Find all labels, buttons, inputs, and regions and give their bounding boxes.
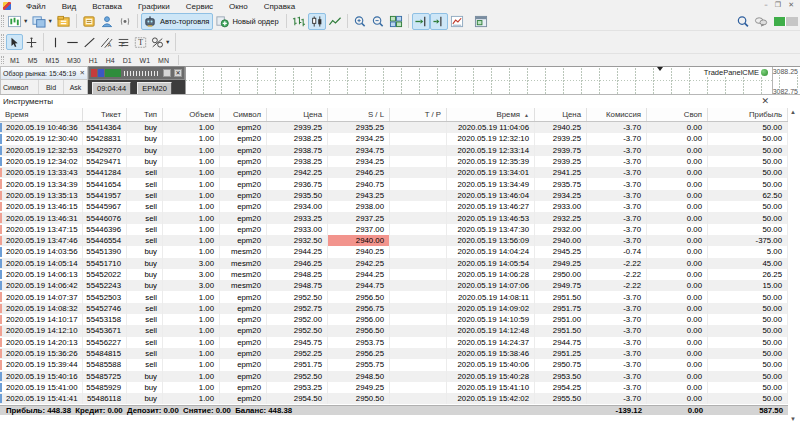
column-header-6[interactable]: S / L [328, 108, 390, 121]
column-header-2[interactable]: Тип [127, 108, 163, 121]
column-header-4[interactable]: Символ [220, 108, 267, 121]
history-row[interactable]: 2020.05.19 14:07:3755452503sell1.00epm20… [0, 291, 788, 302]
community-button[interactable] [98, 13, 116, 30]
history-row[interactable]: 2020.05.19 13:35:1355441957sell1.00epm20… [0, 190, 788, 201]
fibonacci-button[interactable]: F [115, 34, 132, 50]
history-row[interactable]: 2020.05.19 12:30:4055428831buy1.00epm202… [0, 133, 788, 144]
search-button[interactable] [734, 13, 752, 30]
history-row[interactable]: 2020.05.19 12:32:5355429270buy1.00epm202… [0, 145, 788, 156]
history-row[interactable]: 2020.05.19 14:06:1355452022buy3.00mesm20… [0, 269, 788, 280]
menu-insert[interactable]: Вставка [84, 2, 130, 11]
history-row[interactable]: 2020.05.19 14:03:5655451390buy1.00mesm20… [0, 246, 788, 257]
bar-chart-mode-button[interactable] [290, 13, 308, 30]
history-center-button[interactable] [80, 13, 98, 30]
tile-windows-button[interactable] [387, 13, 405, 30]
history-row[interactable]: 2020.05.19 15:40:1655485725buy1.00epm202… [0, 371, 788, 382]
history-row[interactable]: 2020.05.19 15:41:0055485929buy1.00epm202… [0, 382, 788, 393]
column-header-8[interactable]: Время▲ [447, 108, 535, 121]
autoscroll-button[interactable] [412, 13, 430, 30]
timeframe-h1[interactable]: H1 [86, 57, 101, 64]
chat-button[interactable] [752, 13, 770, 30]
history-row[interactable]: 2020.05.19 14:06:4255452243buy3.00mesm20… [0, 280, 788, 291]
candlestick-mode-button[interactable] [308, 13, 326, 30]
vertical-scrollbar[interactable]: ▲ ▼ [788, 108, 800, 422]
column-header-7[interactable]: T / P [390, 108, 447, 121]
market-watch-col-ask[interactable]: Ask [64, 80, 87, 94]
horizontal-line-button[interactable] [64, 34, 81, 50]
menu-tools[interactable]: Сервис [178, 2, 221, 11]
menu-file[interactable]: Файл [18, 2, 54, 11]
close-button[interactable]: ✕ [788, 1, 794, 10]
minimize-button[interactable]: – [764, 1, 768, 10]
zoom-in-button[interactable] [351, 13, 369, 30]
history-row[interactable]: 2020.05.19 14:05:1455451710buy3.00mesm20… [0, 258, 788, 269]
trade-panel-titlebar[interactable]: ✕ [88, 66, 185, 80]
history-row[interactable]: 2020.05.19 12:34:0255429471buy1.00epm202… [0, 156, 788, 167]
market-watch-close-icon[interactable]: ✕ [80, 69, 85, 77]
history-row[interactable]: 2020.05.19 13:47:4655446554sell1.00epm20… [0, 235, 788, 246]
indicators-button[interactable] [448, 13, 466, 30]
text-button[interactable]: T [132, 34, 149, 50]
zoom-out-button[interactable] [369, 13, 387, 30]
channel-button[interactable]: A [98, 34, 115, 50]
column-header-12[interactable]: Прибыль [708, 108, 788, 121]
column-header-1[interactable]: Тикет [83, 108, 127, 121]
market-watch-col-bid[interactable]: Bid [39, 80, 64, 94]
history-row[interactable]: 2020.05.19 13:46:1555445967sell1.00epm20… [0, 201, 788, 212]
timeframe-m30[interactable]: M30 [64, 57, 84, 64]
market-watch-col-symbol[interactable]: Символ [1, 80, 39, 94]
history-row[interactable]: 2020.05.19 13:33:4355441284sell1.00epm20… [0, 167, 788, 178]
history-row[interactable]: 2020.05.19 15:41:4155486118buy1.00epm202… [0, 393, 788, 404]
history-row[interactable]: 2020.05.19 14:12:1055453671sell1.00epm20… [0, 325, 788, 336]
signals-button[interactable] [116, 13, 134, 30]
menu-view[interactable]: Вид [54, 2, 84, 11]
panel-close-button[interactable]: ✕ [174, 69, 182, 77]
history-row[interactable]: 2020.05.19 14:20:1355456227sell1.00epm20… [0, 337, 788, 348]
column-header-11[interactable]: Своп [647, 108, 708, 121]
history-row[interactable]: 2020.05.19 13:34:3955441654sell1.00epm20… [0, 178, 788, 189]
column-header-10[interactable]: Комиссия [587, 108, 647, 121]
scroll-up-icon[interactable]: ▲ [790, 109, 796, 115]
column-header-5[interactable]: Цена [267, 108, 328, 121]
history-row[interactable]: 2020.05.19 13:46:3155446076sell1.00epm20… [0, 212, 788, 223]
history-row[interactable]: 2020.05.19 14:08:3255452746sell1.00epm20… [0, 303, 788, 314]
strategy-window-button[interactable] [472, 13, 490, 30]
crosshair-button[interactable] [23, 34, 40, 50]
timeframe-m1[interactable]: M1 [7, 57, 23, 64]
history-row[interactable]: 2020.05.19 15:36:2655484815sell1.00epm20… [0, 348, 788, 359]
new-order-button[interactable]: Новый ордер [213, 13, 282, 30]
panel-minimize-button[interactable] [163, 69, 171, 77]
timeframe-h4[interactable]: H4 [103, 57, 118, 64]
history-row[interactable]: 2020.05.19 13:47:1555446396sell1.00epm20… [0, 224, 788, 235]
shapes-button[interactable]: ▼ [149, 34, 172, 50]
profiles-button[interactable]: ▼ [30, 13, 54, 30]
timeframe-mn[interactable]: MN [155, 57, 172, 64]
toolbar-grip[interactable] [1, 56, 4, 64]
new-chart-button[interactable]: ▼ [6, 13, 30, 30]
timeframe-m5[interactable]: M5 [25, 57, 41, 64]
menu-help[interactable]: Справка [256, 2, 303, 11]
history-row[interactable]: 2020.05.19 14:10:1755453158sell1.00epm20… [0, 314, 788, 325]
toolbar-grip[interactable] [1, 15, 4, 28]
cursor-button[interactable] [6, 34, 23, 50]
restore-button[interactable]: ❐ [775, 1, 781, 10]
scroll-down-icon[interactable]: ▼ [790, 416, 796, 422]
menu-window[interactable]: Окно [221, 2, 256, 11]
autotrade-button[interactable]: Авто-торговля [141, 13, 214, 30]
menu-charts[interactable]: Графики [130, 2, 178, 11]
chart-shift-button[interactable] [430, 13, 448, 30]
column-header-3[interactable]: Объем [163, 108, 220, 121]
vertical-line-button[interactable] [47, 34, 64, 50]
timeframe-m15[interactable]: M15 [42, 57, 62, 64]
market-watch-button[interactable] [55, 13, 73, 30]
history-row[interactable]: 2020.05.19 15:39:4455485588sell1.00epm20… [0, 359, 788, 370]
toolbox-close-icon[interactable]: ✕ [761, 96, 769, 106]
toolbar-grip[interactable] [1, 34, 4, 49]
column-header-0[interactable]: Время [0, 108, 83, 121]
chart-window[interactable]: TradePanelCME 3088.25 3082.75 [185, 66, 800, 94]
history-row[interactable]: 2020.05.19 10:46:3655414364buy1.00epm202… [0, 122, 788, 133]
timeframe-d1[interactable]: D1 [120, 57, 135, 64]
trendline-button[interactable] [81, 34, 98, 50]
column-header-9[interactable]: Цена [535, 108, 587, 121]
line-chart-mode-button[interactable] [326, 13, 344, 30]
